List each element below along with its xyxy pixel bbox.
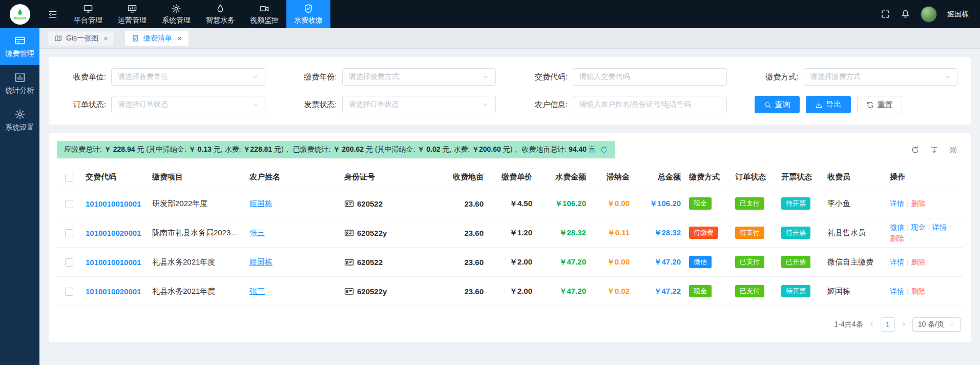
row-action[interactable]: 微信	[890, 223, 904, 231]
next-page-button[interactable]	[900, 321, 907, 328]
summary-segment: ￥ 0.13	[189, 145, 214, 153]
farmer-name-link[interactable]: 张三	[249, 228, 265, 237]
reset-button[interactable]: 重置	[857, 96, 902, 113]
cell-collector: 礼县售水员	[823, 218, 886, 248]
export-button[interactable]: 导出	[806, 96, 851, 113]
nav-item-0[interactable]: 平台管理	[66, 0, 110, 28]
bell-icon[interactable]	[901, 9, 910, 19]
farmer-name-link[interactable]: 张三	[249, 287, 265, 295]
summary-segment: ￥228.81	[243, 145, 274, 153]
farmer-name-link[interactable]: 姬国栋	[249, 199, 273, 208]
row-action[interactable]: 详情	[890, 258, 904, 266]
column-header: 收费员	[823, 166, 886, 189]
fullscreen-icon[interactable]	[881, 9, 890, 19]
sidebar-item-2[interactable]: 系统设置	[0, 102, 39, 139]
gear-icon[interactable]	[949, 146, 957, 154]
placeholder-text: 请选择订单状态	[349, 100, 483, 109]
filter-select[interactable]: 请选择缴费方式	[342, 68, 496, 86]
chevron-down-icon	[252, 101, 259, 108]
close-icon[interactable]: ×	[177, 34, 182, 42]
table-toolbar	[911, 146, 963, 154]
collapse-icon[interactable]	[39, 0, 66, 28]
nav-item-3[interactable]: 智慧水务	[198, 0, 242, 28]
column-header: 缴费项目	[148, 166, 245, 189]
row-checkbox[interactable]	[65, 229, 73, 237]
farmer-name-link[interactable]: 姬国栋	[249, 257, 273, 266]
filter-input[interactable]: 请输入农户姓名/身份证号/电话号码	[573, 96, 727, 113]
nav-item-5[interactable]: 水费收缴	[286, 0, 330, 28]
page-size-select[interactable]: 10 条/页	[912, 317, 961, 332]
row-action[interactable]: 详情	[890, 287, 904, 295]
placeholder-text: 请输入农户姓名/身份证号/电话号码	[579, 100, 720, 109]
action-separator: |	[907, 288, 908, 295]
sidebar-item-0[interactable]: 缴费管理	[0, 28, 39, 65]
fee-code-link[interactable]: 1010010020001	[86, 287, 141, 296]
sidebar-item-1[interactable]: 统计分析	[0, 65, 39, 102]
cell-collector: 姬国栋	[823, 277, 886, 306]
filter-field-2: 交费代码:请输入交费代码	[524, 68, 727, 86]
row-checkbox[interactable]	[65, 288, 73, 296]
cell-pay_method: 现金	[685, 277, 731, 306]
tab-0[interactable]: Gis一张图×	[48, 31, 115, 46]
row-action[interactable]: 详情	[890, 199, 904, 208]
sidebar-item-label: 缴费管理	[6, 49, 34, 58]
user-avatar[interactable]	[921, 6, 937, 23]
row-action[interactable]: 详情	[932, 223, 947, 231]
summary-segment: 94.40	[569, 145, 589, 153]
nav-item-label: 视频监控	[250, 16, 279, 25]
column-header: 操作	[886, 166, 963, 189]
pagination-total: 1-4共4条	[835, 320, 863, 329]
prev-page-button[interactable]	[868, 321, 875, 328]
fee-code-link[interactable]: 1010010010001	[86, 199, 141, 208]
app-logo: RIEON	[0, 0, 39, 28]
row-checkbox[interactable]	[65, 200, 73, 208]
tab-label: 缴费清单	[143, 34, 172, 43]
cell-water_fee: ￥47.20	[536, 277, 590, 306]
status-badge: 待缴费	[689, 227, 718, 239]
cell-invoice_status: 待开票	[777, 277, 823, 306]
cell-water_fee: ￥47.20	[536, 248, 590, 277]
column-header: 总金额	[634, 166, 685, 189]
cell-code: 1010010020001	[81, 277, 148, 306]
list-icon	[132, 34, 139, 42]
column-header: 订单状态	[731, 166, 777, 189]
cell-invoice_status: 待开票	[777, 218, 823, 248]
filter-select[interactable]: 请选择订单状态	[342, 96, 496, 113]
id-number-text: 620522	[357, 199, 383, 208]
select-all-checkbox[interactable]	[65, 174, 73, 182]
row-action[interactable]: 删除	[911, 287, 925, 295]
row-action[interactable]: 删除	[911, 199, 925, 208]
sidebar-menu: 缴费管理统计分析系统设置	[0, 28, 39, 365]
row-select-cell	[57, 218, 81, 248]
filter-select[interactable]: 请选择收费单位	[111, 68, 265, 86]
close-icon[interactable]: ×	[103, 34, 108, 42]
cell-farmer: 姬国栋	[245, 189, 340, 218]
download-icon[interactable]	[930, 146, 939, 154]
system-icon	[171, 4, 181, 14]
filter-select[interactable]: 请选择缴费方式	[804, 68, 958, 86]
row-action[interactable]: 删除	[890, 234, 904, 242]
row-action[interactable]: 删除	[911, 258, 925, 266]
row-action[interactable]: 现金	[911, 223, 925, 231]
nav-item-label: 运营管理	[118, 16, 147, 25]
cell-late_fee: ￥0.02	[590, 277, 634, 306]
nav-item-label: 水费收缴	[294, 16, 323, 25]
cell-actions: 微信|现金|详情|删除	[886, 218, 963, 248]
fee-code-link[interactable]: 1010010020001	[86, 229, 141, 237]
tab-1[interactable]: 缴费清单×	[125, 31, 189, 46]
refresh-icon[interactable]	[911, 146, 920, 154]
platform-icon	[83, 4, 93, 14]
current-page[interactable]: 1	[881, 317, 895, 332]
cell-order_status: 待支付	[731, 218, 777, 248]
nav-item-4[interactable]: 视频监控	[242, 0, 286, 28]
fee-code-link[interactable]: 1010010010001	[86, 258, 141, 267]
cell-total: ￥47.22	[634, 277, 685, 306]
filter-input[interactable]: 请输入交费代码	[573, 68, 727, 86]
nav-item-1[interactable]: 运营管理	[110, 0, 154, 28]
filter-select[interactable]: 请选择订单状态	[111, 96, 265, 113]
nav-item-2[interactable]: 系统管理	[154, 0, 198, 28]
summary-segment: 应缴费总计:	[64, 145, 104, 153]
search-button[interactable]: 查询	[755, 96, 800, 113]
row-checkbox[interactable]	[65, 258, 73, 267]
refresh-icon[interactable]	[600, 146, 608, 154]
